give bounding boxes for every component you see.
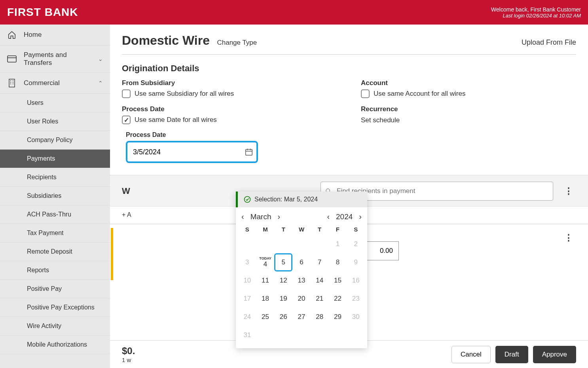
svg-point-15 (245, 197, 250, 203)
sidebar-item-wire-activity[interactable]: Wire Activity (0, 317, 110, 336)
account-label: Account (361, 79, 576, 87)
approve-button[interactable]: Approve (533, 346, 576, 363)
datepicker-day (238, 235, 256, 253)
page-title-row: Domestic Wire Change Type Upload From Fi… (122, 33, 576, 55)
use-same-subsidiary-checkbox[interactable] (122, 89, 131, 98)
sidebar-item-company-policy[interactable]: Company Policy (0, 131, 110, 150)
datepicker-day[interactable]: 17 (238, 290, 256, 308)
calendar-icon[interactable] (245, 148, 253, 156)
datepicker-day[interactable]: 7 (311, 253, 329, 271)
datepicker-day (311, 235, 329, 253)
datepicker-year-label: 2024 (336, 212, 353, 221)
datepicker-day[interactable]: 19 (274, 290, 292, 308)
datepicker-day[interactable]: 1 (329, 235, 347, 253)
building-icon (7, 78, 17, 88)
datepicker-day[interactable]: 14 (311, 271, 329, 290)
wires-more-menu[interactable]: ⋮ (561, 184, 576, 198)
footer-total: $0. (122, 345, 135, 357)
prev-month-button[interactable]: ‹ (241, 212, 244, 221)
sidebar-item-subsidiaries[interactable]: Subsidiaries (0, 187, 110, 205)
sidebar-item-reports[interactable]: Reports (0, 261, 110, 280)
datepicker-day[interactable]: 23 (347, 290, 365, 308)
welcome-text: Welcome back, First Bank Customer (491, 6, 581, 13)
datepicker-day[interactable]: 28 (311, 308, 329, 326)
sidebar-item-users[interactable]: Users (0, 94, 110, 112)
prev-year-button[interactable]: ‹ (327, 212, 330, 221)
app-header: FIRST BANK Welcome back, First Bank Cust… (0, 0, 588, 25)
sidebar-item-recipients[interactable]: Recipients (0, 168, 110, 187)
status-bar (111, 228, 113, 280)
last-login: Last login 02/26/2024 at 10:02 AM (491, 13, 581, 19)
recipient-more-menu[interactable]: ⋮ (561, 231, 576, 277)
sidebar-item-mobile-authorizations[interactable]: Mobile Authorizations (0, 336, 110, 354)
welcome-block: Welcome back, First Bank Customer Last l… (491, 6, 581, 19)
footer-summary: $0. 1 w (122, 345, 135, 363)
datepicker-day[interactable]: 12 (274, 271, 292, 290)
datepicker-dow: T (311, 224, 329, 235)
svg-rect-2 (9, 79, 15, 87)
draft-button[interactable]: Draft (495, 346, 528, 363)
datepicker-day[interactable]: 25 (256, 308, 275, 326)
datepicker-day[interactable]: 6 (292, 253, 311, 271)
sidebar-item-payments-transfers[interactable]: Payments and Transfers ⌄ (0, 46, 110, 73)
datepicker-dow: F (329, 224, 347, 235)
use-same-date-checkbox[interactable] (122, 116, 131, 124)
sidebar-item-positive-pay-exceptions[interactable]: Positive Pay Exceptions (0, 298, 110, 317)
datepicker-day[interactable]: 21 (311, 290, 329, 308)
datepicker-day[interactable]: 3 (238, 253, 256, 271)
sidebar-item-tax-payment[interactable]: Tax Payment (0, 224, 110, 243)
upload-from-file-link[interactable]: Upload From File (522, 38, 576, 47)
main-content: Domestic Wire Change Type Upload From Fi… (110, 25, 588, 368)
footer-wires-count: 1 w (122, 357, 135, 363)
datepicker-day[interactable]: 27 (292, 308, 311, 326)
datepicker-day[interactable]: 8 (329, 253, 347, 271)
datepicker-day[interactable]: 20 (292, 290, 311, 308)
cancel-button[interactable]: Cancel (451, 346, 491, 363)
use-same-date-label: Use same Date for all wires (135, 116, 217, 124)
use-same-subsidiary-label: Use same Subsidiary for all wires (135, 90, 234, 98)
sidebar-item-positive-pay[interactable]: Positive Pay (0, 280, 110, 298)
use-same-account-checkbox[interactable] (361, 89, 370, 98)
datepicker-day[interactable]: 16 (347, 271, 365, 290)
datepicker-day[interactable]: 13 (292, 271, 311, 290)
datepicker-day[interactable]: 26 (274, 308, 292, 326)
sidebar-item-ach-pass-thru[interactable]: ACH Pass-Thru (0, 205, 110, 224)
datepicker-day[interactable]: 31 (238, 326, 256, 344)
sidebar-item-user-roles[interactable]: User Roles (0, 112, 110, 131)
next-year-button[interactable]: › (359, 212, 362, 221)
sidebar-item-commercial[interactable]: Commercial ⌃ (0, 73, 110, 94)
datepicker-day[interactable]: 24 (238, 308, 256, 326)
datepicker-day[interactable]: 11 (256, 271, 275, 290)
datepicker-day[interactable]: 18 (256, 290, 275, 308)
datepicker-day[interactable]: 29 (329, 308, 347, 326)
page-title: Domestic Wire (122, 33, 210, 47)
datepicker-day[interactable]: 30 (347, 308, 365, 326)
set-schedule-link[interactable]: Set schedule (361, 116, 576, 124)
card-icon (7, 54, 17, 64)
datepicker-day[interactable]: TODAY4 (256, 253, 275, 271)
chevron-down-icon: ⌄ (98, 56, 103, 62)
process-date-sublabel: Process Date (126, 131, 337, 138)
next-month-button[interactable]: › (277, 212, 280, 221)
datepicker-day[interactable]: 10 (238, 271, 256, 290)
datepicker-day[interactable]: 22 (329, 290, 347, 308)
datepicker-day (292, 235, 311, 253)
datepicker-day[interactable]: 2 (347, 235, 365, 253)
home-icon (7, 30, 17, 40)
sidebar-item-payments[interactable]: Payments (0, 150, 110, 168)
process-date-input[interactable] (126, 141, 258, 163)
svg-rect-9 (246, 150, 252, 156)
origination-details-heading: Origination Details (122, 63, 576, 74)
datepicker-dow: T (274, 224, 292, 235)
wires-header: W (122, 186, 130, 196)
datepicker-day[interactable]: 15 (329, 271, 347, 290)
datepicker-day[interactable]: 9 (347, 253, 365, 271)
datepicker-selection-text: Selection: Mar 5, 2024 (254, 196, 318, 203)
datepicker-day (274, 235, 292, 253)
datepicker-day[interactable]: 5 (274, 253, 292, 271)
change-type-link[interactable]: Change Type (217, 39, 257, 46)
logo: FIRST BANK (7, 6, 78, 19)
sidebar-item-home[interactable]: Home (0, 25, 110, 46)
sidebar-item-remote-deposit[interactable]: Remote Deposit (0, 243, 110, 261)
datepicker-dow: S (347, 224, 365, 235)
